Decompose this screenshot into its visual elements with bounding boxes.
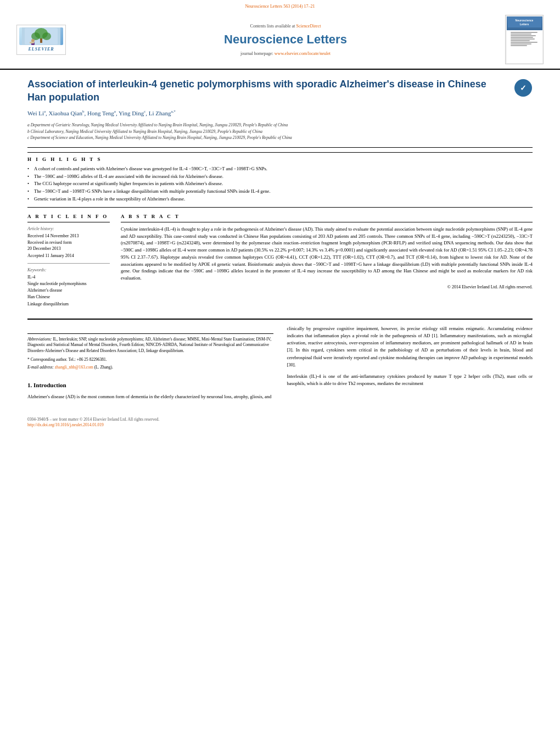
keywords-section: Keywords: IL-4 Single nucleotide polymor…	[27, 267, 110, 307]
elsevier-wordmark: ELSEVIER	[28, 46, 54, 52]
corresponding-label: * Corresponding author. Tel.: +86 25 822…	[27, 357, 107, 362]
body-col-right: clinically by progressive cognitive impa…	[287, 325, 533, 428]
journal-title-header: Neuroscience Letters	[66, 31, 505, 48]
body-col-left: Abbreviations: IL, Interleukin; SNP, sin…	[27, 325, 273, 428]
accepted-date: Accepted 11 January 2014	[27, 253, 110, 259]
bottom-bar: 0304-3940/$ – see front matter © 2014 El…	[27, 417, 273, 428]
article-title: Association of interleukin-4 genetic pol…	[27, 78, 505, 104]
email-line: E-mail address: zhangli_nhb@163.com (L. …	[27, 365, 273, 371]
journal-header: ELSEVIER Contents lists available at Sci…	[0, 10, 560, 70]
highlight-item-2: The −590C and −1098G alleles of IL-4 are…	[27, 174, 533, 180]
journal-thumbnail: NeuroscienceLetters	[505, 15, 544, 64]
highlights-section: H I G H L I G H T S A cohort of controls…	[27, 152, 533, 208]
keyword-4: Han Chinese	[27, 294, 110, 300]
divider-1	[27, 147, 533, 148]
highlight-item-5: Genetic variation in IL-4 plays a role i…	[27, 196, 533, 203]
doi-line: http://dx.doi.org/10.1016/j.neulet.2014.…	[27, 422, 273, 428]
abbreviations: Abbreviations: IL, Interleukin; SNP, sin…	[27, 337, 273, 354]
affiliation-c: c Department of Science and Education, N…	[27, 135, 533, 141]
journal-center-header: Contents lists available at ScienceDirec…	[66, 23, 505, 57]
doi-link[interactable]: http://dx.doi.org/10.1016/j.neulet.2014.…	[27, 422, 104, 427]
authors-line: Wei Lia, Xiaohua Qianb, Hong Tenga, Ying…	[27, 109, 533, 118]
email-who: (L. Zhang).	[94, 365, 113, 370]
divider-info	[27, 263, 110, 264]
article-info-abstract: A R T I C L E I N F O Article history: R…	[27, 213, 533, 308]
intro-text-right-1: clinically by progressive cognitive impa…	[287, 325, 533, 369]
crossmark[interactable]: ✓	[513, 78, 533, 97]
elsevier-logo: ELSEVIER	[16, 25, 66, 55]
title-section: Association of interleukin-4 genetic pol…	[27, 78, 533, 104]
page: Neuroscience Letters 563 (2014) 17–21	[0, 0, 560, 742]
keyword-3: Alzheimer's disease	[27, 287, 110, 293]
svg-point-3	[31, 32, 40, 40]
issn-line: 0304-3940/$ – see front matter © 2014 El…	[27, 417, 273, 423]
abstract-heading: A B S T R A C T	[121, 213, 533, 222]
elsevier-logo-image	[19, 27, 63, 45]
crossmark-logo: ✓	[514, 79, 532, 97]
keyword-2: Single nucleotide polymorphisms	[27, 281, 110, 287]
svg-point-4	[42, 32, 51, 40]
svg-rect-8	[30, 42, 34, 43]
highlight-item-1: A cohort of controls and patients with A…	[27, 166, 533, 172]
keyword-1: IL-4	[27, 274, 110, 280]
received-date: Received 14 November 2013	[27, 233, 110, 239]
article-citation: Neuroscience Letters 563 (2014) 17–21	[245, 4, 315, 9]
affiliation-a: a Department of Geriatric Neurology, Nan…	[27, 122, 533, 128]
abbrev-label: Abbreviations:	[27, 337, 52, 342]
highlight-item-3: The CCG haplotype occurred at significan…	[27, 181, 533, 187]
keywords-list: IL-4 Single nucleotide polymorphisms Alz…	[27, 274, 110, 307]
sciencedirect-link[interactable]: ScienceDirect	[296, 24, 321, 29]
highlight-item-4: The −590C>T and −1098T>G SNPs have a lin…	[27, 188, 533, 195]
affiliation-b: b Clinical Laboratory, Nanjing Medical U…	[27, 129, 533, 135]
highlights-heading: H I G H L I G H T S	[27, 156, 533, 163]
intro-text-right-2: Interleukin (IL)-4 is one of the anti-in…	[287, 373, 533, 387]
journal-homepage: journal homepage: www.elsevier.com/locat…	[66, 51, 505, 57]
article-dates: Received 14 November 2013 Received in re…	[27, 233, 110, 259]
article-info-heading: A R T I C L E I N F O	[27, 213, 110, 222]
intro-text-left: Alzheimer's disease (AD) is the most com…	[27, 393, 273, 400]
main-content: Association of interleukin-4 genetic pol…	[0, 70, 560, 439]
abbrev-text: IL, Interleukin; SNP, single nucleotide …	[27, 337, 271, 353]
body-section: Abbreviations: IL, Interleukin; SNP, sin…	[27, 319, 533, 428]
email-address[interactable]: zhangli_nhb@163.com	[55, 365, 93, 370]
abstract-copyright: © 2014 Elsevier Ireland Ltd. All rights …	[121, 284, 533, 290]
corresponding-author: * Corresponding author. Tel.: +86 25 822…	[27, 357, 273, 363]
history-label: Article history:	[27, 226, 110, 232]
article-info-col: A R T I C L E I N F O Article history: R…	[27, 213, 110, 308]
footnote-section: Abbreviations: IL, Interleukin; SNP, sin…	[27, 333, 273, 371]
highlights-list: A cohort of controls and patients with A…	[27, 166, 533, 203]
body-two-col: Abbreviations: IL, Interleukin; SNP, sin…	[27, 325, 533, 428]
abstract-col: A B S T R A C T Cytokine interleukin-4 (…	[121, 213, 533, 308]
keyword-5: Linkage disequilibrium	[27, 301, 110, 307]
email-label: E-mail address:	[27, 365, 54, 370]
top-citation-bar: Neuroscience Letters 563 (2014) 17–21	[0, 0, 560, 10]
affiliations: a Department of Geriatric Neurology, Nan…	[27, 122, 533, 141]
revised-date: Received in revised form20 December 2013	[27, 239, 110, 252]
abstract-text: Cytokine interleukin-4 (IL-4) is thought…	[121, 226, 533, 282]
svg-text:✓: ✓	[520, 83, 527, 92]
contents-line: Contents lists available at ScienceDirec…	[66, 23, 505, 29]
keywords-label: Keywords:	[27, 267, 110, 273]
svg-rect-5	[40, 38, 42, 43]
intro-heading: 1. Introduction	[27, 381, 273, 389]
journal-homepage-url[interactable]: www.elsevier.com/locate/neulet	[275, 51, 331, 56]
